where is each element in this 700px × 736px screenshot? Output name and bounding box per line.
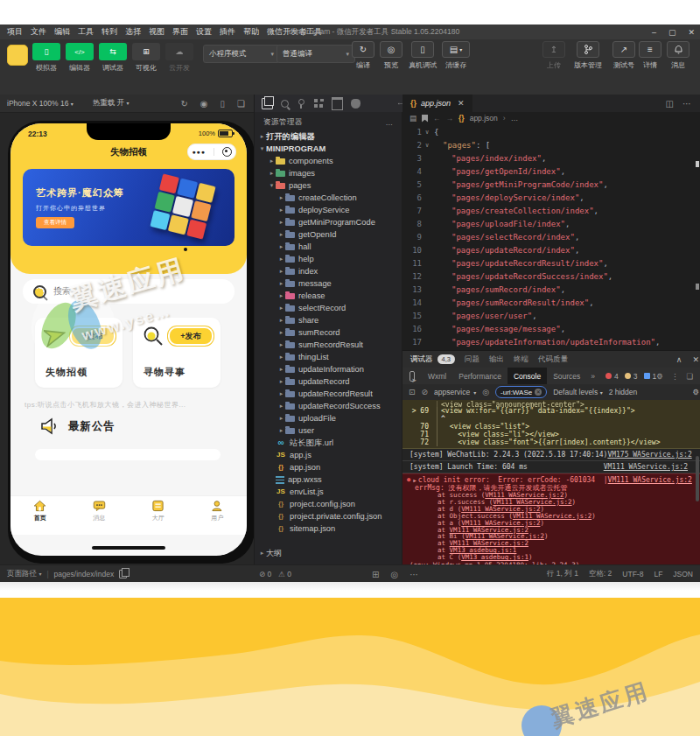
search-icon[interactable] [281, 100, 289, 108]
tree-item[interactable]: JSapp.js [255, 449, 402, 461]
tab-hall[interactable]: 大厅 [129, 496, 188, 535]
upload-button[interactable]: ↥ 上传 [539, 41, 569, 70]
code-line[interactable]: 4"pages/getOpenId/index", [402, 165, 700, 179]
tree-item[interactable]: ▸打开的编辑器 [255, 130, 402, 143]
back-icon[interactable]: ← [433, 114, 441, 123]
mode-dropdown[interactable]: 小程序模式▾ [203, 45, 280, 63]
code-line[interactable]: 5"pages/getMiniProgramCode/index", [402, 179, 700, 192]
more-icon[interactable]: ⋯ [682, 99, 691, 109]
source-control-icon[interactable] [297, 99, 306, 109]
version-button[interactable]: 版本管理 [569, 41, 607, 70]
lost-found-card[interactable]: +发布 失物招领 [35, 318, 122, 388]
tree-item[interactable]: ▸updateRecord [255, 375, 402, 388]
vconsole-icon[interactable]: ⊞ [372, 570, 379, 579]
tab-user[interactable]: 用户 [188, 496, 248, 535]
editor-button[interactable]: </> 编辑器 [65, 43, 94, 73]
menu-item[interactable]: 帮助 [243, 26, 259, 38]
split-editor-icon[interactable]: ◫ [666, 99, 674, 109]
source-link[interactable]: VM175 WAService.js:2 [607, 451, 700, 459]
multi-window-icon[interactable]: ❏ [237, 99, 245, 109]
outline-section[interactable]: ▸大纲 [255, 547, 402, 559]
clear-filter-icon[interactable]: ✕ [535, 389, 542, 396]
kebab-icon[interactable]: ⋮ [671, 372, 679, 381]
code-line[interactable]: 12"pages/updateRecordSuccess/index", [402, 270, 700, 284]
code-line[interactable]: 13"pages/sumRecord/index", [402, 284, 700, 297]
rotate-icon[interactable]: ↻ [180, 99, 187, 109]
console-output[interactable]: <view class="announcement-center">> 69<v… [402, 400, 700, 564]
warning-count[interactable]: 3 [625, 372, 638, 381]
tree-item[interactable]: ∞站长图库.url [255, 437, 402, 449]
levels-dropdown[interactable]: Default levels ▾ [553, 388, 602, 396]
inspect-icon[interactable] [410, 371, 415, 382]
devtools-tab-performance[interactable]: Performance [452, 368, 508, 384]
record-icon[interactable]: ◉ [200, 99, 208, 109]
tree-item[interactable]: ▸updateInformation [255, 363, 402, 375]
source-link[interactable]: VM111 WAService.js:2 [604, 463, 700, 471]
close-icon[interactable]: ✕ [692, 355, 699, 364]
filter-input[interactable]: -url:WASe✕ [495, 386, 547, 398]
tree-item[interactable]: ▸components [255, 155, 402, 167]
minimize-button[interactable]: – [652, 28, 656, 37]
frame-selector-icon[interactable]: ⊡ [409, 388, 416, 396]
tree-item[interactable]: JSenvList.js [255, 486, 402, 498]
tree-item[interactable]: ▸createCollection [255, 192, 402, 204]
debugger-button[interactable]: ⇆ 调试器 [98, 43, 128, 73]
panel-tab-1[interactable]: 问题 [465, 354, 480, 365]
code-line[interactable]: 11"pages/updateRecordResult/index", [402, 257, 700, 270]
gear-icon[interactable]: ⚙ [692, 388, 700, 396]
code-line[interactable]: 8"pages/uploadFile/index", [402, 218, 700, 231]
device-debug-button[interactable]: ▯ 真机调试 [404, 41, 441, 70]
page-path-value[interactable]: pages/index/index [54, 570, 115, 578]
panel-tab-3[interactable]: 终端 [514, 354, 528, 365]
code-line[interactable]: 14"pages/sumRecordResult/index", [402, 297, 700, 310]
problems-warnings[interactable]: ⚠ 0 [278, 570, 291, 578]
status-item[interactable]: JSON [673, 570, 693, 578]
simulator-button[interactable]: ▯ 模拟器 [32, 43, 61, 73]
clear-cache-button[interactable]: ▤▾ 清缓存 [439, 41, 472, 70]
eye-icon[interactable]: ◎ [482, 388, 489, 396]
menu-item[interactable]: 编辑 [54, 26, 70, 38]
tree-item[interactable]: {}project.config.json [255, 498, 402, 510]
tree-item[interactable]: ▸updateRecordSuccess [255, 400, 402, 412]
tree-item[interactable]: ▸sumRecordResult [255, 339, 402, 351]
tree-item[interactable]: ▸uploadFile [255, 412, 402, 424]
hot-reload-toggle[interactable]: 热重载 开 ▾ [74, 98, 130, 109]
status-item[interactable]: UTF-8 [622, 570, 643, 578]
menu-item[interactable]: 插件 [220, 26, 235, 38]
panel-tab-2[interactable]: 输出 [489, 354, 504, 365]
maximize-button[interactable]: ▢ [668, 28, 676, 37]
capsule-menu[interactable]: ●●● [187, 144, 236, 160]
tab-message[interactable]: 消息 [70, 496, 130, 535]
banner-button[interactable]: 查看详情 [36, 217, 74, 228]
close-mini-icon[interactable] [222, 147, 232, 157]
problems-errors[interactable]: ⊘ 0 [259, 570, 271, 578]
tree-item[interactable]: ▸updateRecordResult [255, 388, 402, 400]
collapse-icon[interactable]: ∧ [676, 355, 682, 364]
tree-item[interactable]: ▾pages [255, 179, 402, 192]
menu-item[interactable]: 选择 [125, 26, 141, 38]
code-line[interactable]: 16"pages/message/message", [402, 323, 700, 336]
files-icon[interactable] [262, 98, 273, 109]
gear-icon[interactable]: ⚙ [656, 372, 663, 381]
search-bar[interactable]: 搜索 [23, 279, 234, 304]
more-icon[interactable]: ⋯ [410, 570, 418, 579]
menu-item[interactable]: 文件 [31, 26, 46, 38]
more-icon[interactable]: … [386, 118, 394, 127]
close-tab-icon[interactable]: ✕ [458, 99, 465, 108]
fold-icon[interactable]: ∨ [422, 126, 432, 139]
compile-button[interactable]: ↻ 编译 [348, 41, 378, 70]
announcement-bar[interactable] [35, 449, 220, 460]
code-line[interactable]: 2∨"pages": [ [402, 139, 700, 152]
clear-console-icon[interactable]: ⊘ [422, 388, 429, 396]
code-line[interactable]: 10"pages/updateRecord/index", [402, 244, 700, 257]
preview-window-icon[interactable] [332, 97, 343, 110]
tree-item[interactable]: ▸images [255, 167, 402, 179]
fold-icon[interactable]: ∨ [422, 139, 432, 152]
menu-item[interactable]: 项目 [7, 26, 23, 38]
details-button[interactable]: ≡ 详情 [635, 41, 665, 70]
tree-item[interactable]: ▸thingList [255, 351, 402, 363]
list-icon[interactable]: ▤ [410, 114, 416, 123]
tree-item[interactable]: ▸getOpenId [255, 228, 402, 241]
banner-card[interactable]: 艺术跨界·魔幻众筹 打开你心中的异想世界 查看详情 [23, 169, 234, 246]
tree-item[interactable]: {}project.private.config.json [255, 510, 402, 522]
